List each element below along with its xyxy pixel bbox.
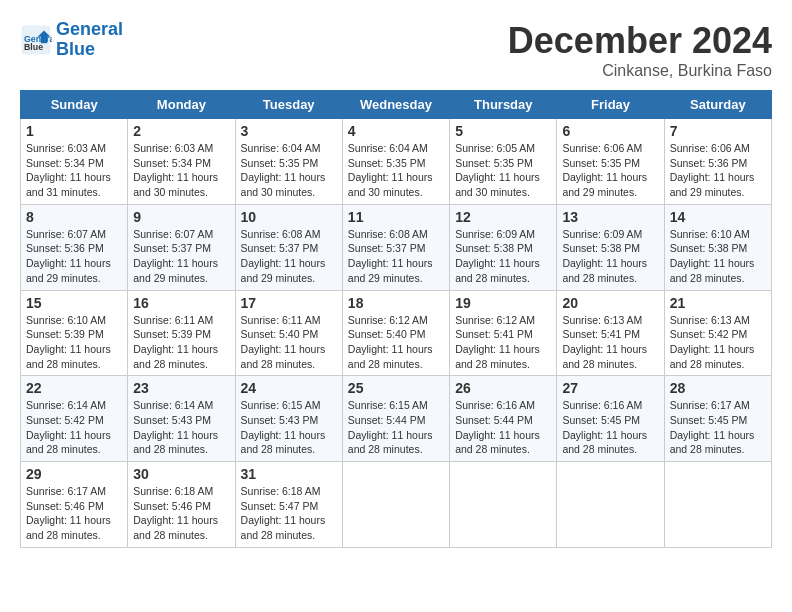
day-number: 29	[26, 466, 122, 482]
calendar-table: SundayMondayTuesdayWednesdayThursdayFrid…	[20, 90, 772, 548]
day-info: Sunrise: 6:11 AMSunset: 5:39 PMDaylight:…	[133, 313, 229, 372]
calendar-week-2: 15 Sunrise: 6:10 AMSunset: 5:39 PMDaylig…	[21, 290, 772, 376]
calendar-cell: 18 Sunrise: 6:12 AMSunset: 5:40 PMDaylig…	[342, 290, 449, 376]
weekday-header-friday: Friday	[557, 91, 664, 119]
day-number: 18	[348, 295, 444, 311]
logo-blue: Blue	[56, 39, 95, 59]
calendar-cell: 20 Sunrise: 6:13 AMSunset: 5:41 PMDaylig…	[557, 290, 664, 376]
day-number: 14	[670, 209, 766, 225]
calendar-cell: 29 Sunrise: 6:17 AMSunset: 5:46 PMDaylig…	[21, 462, 128, 548]
calendar-cell: 11 Sunrise: 6:08 AMSunset: 5:37 PMDaylig…	[342, 204, 449, 290]
day-info: Sunrise: 6:07 AMSunset: 5:37 PMDaylight:…	[133, 227, 229, 286]
calendar-cell	[664, 462, 771, 548]
calendar-cell	[450, 462, 557, 548]
day-number: 15	[26, 295, 122, 311]
month-title: December 2024	[508, 20, 772, 62]
location: Cinkanse, Burkina Faso	[508, 62, 772, 80]
calendar-cell: 12 Sunrise: 6:09 AMSunset: 5:38 PMDaylig…	[450, 204, 557, 290]
day-number: 20	[562, 295, 658, 311]
calendar-cell: 16 Sunrise: 6:11 AMSunset: 5:39 PMDaylig…	[128, 290, 235, 376]
day-info: Sunrise: 6:12 AMSunset: 5:41 PMDaylight:…	[455, 313, 551, 372]
day-info: Sunrise: 6:14 AMSunset: 5:43 PMDaylight:…	[133, 398, 229, 457]
day-info: Sunrise: 6:16 AMSunset: 5:45 PMDaylight:…	[562, 398, 658, 457]
logo-general: General	[56, 19, 123, 39]
day-info: Sunrise: 6:15 AMSunset: 5:43 PMDaylight:…	[241, 398, 337, 457]
day-info: Sunrise: 6:08 AMSunset: 5:37 PMDaylight:…	[241, 227, 337, 286]
logo-text: General Blue	[56, 20, 123, 60]
calendar-cell: 30 Sunrise: 6:18 AMSunset: 5:46 PMDaylig…	[128, 462, 235, 548]
day-number: 5	[455, 123, 551, 139]
day-info: Sunrise: 6:06 AMSunset: 5:36 PMDaylight:…	[670, 141, 766, 200]
calendar-week-1: 8 Sunrise: 6:07 AMSunset: 5:36 PMDayligh…	[21, 204, 772, 290]
calendar-cell: 1 Sunrise: 6:03 AMSunset: 5:34 PMDayligh…	[21, 119, 128, 205]
calendar-cell	[557, 462, 664, 548]
day-number: 7	[670, 123, 766, 139]
day-number: 24	[241, 380, 337, 396]
day-number: 9	[133, 209, 229, 225]
day-info: Sunrise: 6:16 AMSunset: 5:44 PMDaylight:…	[455, 398, 551, 457]
day-info: Sunrise: 6:15 AMSunset: 5:44 PMDaylight:…	[348, 398, 444, 457]
calendar-week-0: 1 Sunrise: 6:03 AMSunset: 5:34 PMDayligh…	[21, 119, 772, 205]
day-info: Sunrise: 6:08 AMSunset: 5:37 PMDaylight:…	[348, 227, 444, 286]
calendar-cell: 14 Sunrise: 6:10 AMSunset: 5:38 PMDaylig…	[664, 204, 771, 290]
day-info: Sunrise: 6:10 AMSunset: 5:38 PMDaylight:…	[670, 227, 766, 286]
day-info: Sunrise: 6:09 AMSunset: 5:38 PMDaylight:…	[562, 227, 658, 286]
calendar-cell: 15 Sunrise: 6:10 AMSunset: 5:39 PMDaylig…	[21, 290, 128, 376]
calendar-cell	[342, 462, 449, 548]
calendar-cell: 8 Sunrise: 6:07 AMSunset: 5:36 PMDayligh…	[21, 204, 128, 290]
day-info: Sunrise: 6:10 AMSunset: 5:39 PMDaylight:…	[26, 313, 122, 372]
day-info: Sunrise: 6:03 AMSunset: 5:34 PMDaylight:…	[133, 141, 229, 200]
page-header: General Blue General Blue December 2024 …	[20, 20, 772, 80]
day-number: 11	[348, 209, 444, 225]
day-info: Sunrise: 6:17 AMSunset: 5:45 PMDaylight:…	[670, 398, 766, 457]
day-number: 13	[562, 209, 658, 225]
day-info: Sunrise: 6:05 AMSunset: 5:35 PMDaylight:…	[455, 141, 551, 200]
calendar-cell: 7 Sunrise: 6:06 AMSunset: 5:36 PMDayligh…	[664, 119, 771, 205]
day-number: 1	[26, 123, 122, 139]
weekday-header-tuesday: Tuesday	[235, 91, 342, 119]
calendar-cell: 10 Sunrise: 6:08 AMSunset: 5:37 PMDaylig…	[235, 204, 342, 290]
day-info: Sunrise: 6:04 AMSunset: 5:35 PMDaylight:…	[348, 141, 444, 200]
calendar-cell: 5 Sunrise: 6:05 AMSunset: 5:35 PMDayligh…	[450, 119, 557, 205]
day-number: 31	[241, 466, 337, 482]
day-info: Sunrise: 6:07 AMSunset: 5:36 PMDaylight:…	[26, 227, 122, 286]
calendar-cell: 17 Sunrise: 6:11 AMSunset: 5:40 PMDaylig…	[235, 290, 342, 376]
title-block: December 2024 Cinkanse, Burkina Faso	[508, 20, 772, 80]
calendar-cell: 6 Sunrise: 6:06 AMSunset: 5:35 PMDayligh…	[557, 119, 664, 205]
logo: General Blue General Blue	[20, 20, 123, 60]
calendar-cell: 24 Sunrise: 6:15 AMSunset: 5:43 PMDaylig…	[235, 376, 342, 462]
day-number: 26	[455, 380, 551, 396]
day-info: Sunrise: 6:13 AMSunset: 5:41 PMDaylight:…	[562, 313, 658, 372]
day-number: 6	[562, 123, 658, 139]
day-info: Sunrise: 6:09 AMSunset: 5:38 PMDaylight:…	[455, 227, 551, 286]
day-info: Sunrise: 6:14 AMSunset: 5:42 PMDaylight:…	[26, 398, 122, 457]
weekday-header-monday: Monday	[128, 91, 235, 119]
day-info: Sunrise: 6:03 AMSunset: 5:34 PMDaylight:…	[26, 141, 122, 200]
calendar-week-3: 22 Sunrise: 6:14 AMSunset: 5:42 PMDaylig…	[21, 376, 772, 462]
calendar-cell: 19 Sunrise: 6:12 AMSunset: 5:41 PMDaylig…	[450, 290, 557, 376]
calendar-cell: 22 Sunrise: 6:14 AMSunset: 5:42 PMDaylig…	[21, 376, 128, 462]
calendar-cell: 9 Sunrise: 6:07 AMSunset: 5:37 PMDayligh…	[128, 204, 235, 290]
calendar-cell: 4 Sunrise: 6:04 AMSunset: 5:35 PMDayligh…	[342, 119, 449, 205]
day-number: 28	[670, 380, 766, 396]
weekday-header-wednesday: Wednesday	[342, 91, 449, 119]
calendar-week-4: 29 Sunrise: 6:17 AMSunset: 5:46 PMDaylig…	[21, 462, 772, 548]
day-info: Sunrise: 6:18 AMSunset: 5:47 PMDaylight:…	[241, 484, 337, 543]
day-number: 12	[455, 209, 551, 225]
calendar-cell: 26 Sunrise: 6:16 AMSunset: 5:44 PMDaylig…	[450, 376, 557, 462]
day-number: 2	[133, 123, 229, 139]
day-number: 23	[133, 380, 229, 396]
day-info: Sunrise: 6:11 AMSunset: 5:40 PMDaylight:…	[241, 313, 337, 372]
day-number: 30	[133, 466, 229, 482]
day-info: Sunrise: 6:17 AMSunset: 5:46 PMDaylight:…	[26, 484, 122, 543]
calendar-cell: 3 Sunrise: 6:04 AMSunset: 5:35 PMDayligh…	[235, 119, 342, 205]
weekday-header-sunday: Sunday	[21, 91, 128, 119]
weekday-header-row: SundayMondayTuesdayWednesdayThursdayFrid…	[21, 91, 772, 119]
calendar-cell: 31 Sunrise: 6:18 AMSunset: 5:47 PMDaylig…	[235, 462, 342, 548]
day-number: 16	[133, 295, 229, 311]
calendar-cell: 13 Sunrise: 6:09 AMSunset: 5:38 PMDaylig…	[557, 204, 664, 290]
day-number: 27	[562, 380, 658, 396]
calendar-cell: 28 Sunrise: 6:17 AMSunset: 5:45 PMDaylig…	[664, 376, 771, 462]
calendar-cell: 23 Sunrise: 6:14 AMSunset: 5:43 PMDaylig…	[128, 376, 235, 462]
day-number: 3	[241, 123, 337, 139]
